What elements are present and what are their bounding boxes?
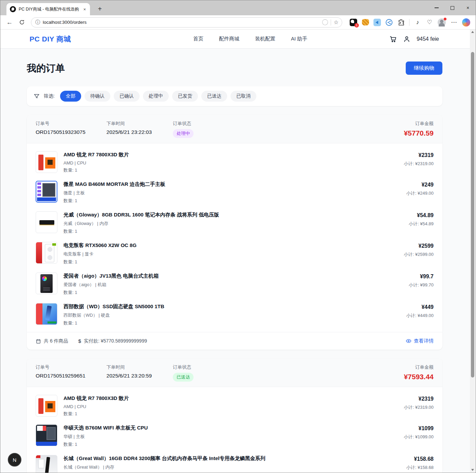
browser-toolbar: ← ⓘ localhost:3000/orders ☆ 1 ♪: [0, 15, 476, 30]
scroll-up-icon[interactable]: [471, 31, 474, 33]
extension-dark-icon[interactable]: 1: [350, 19, 357, 26]
product-brand-category: 电竞叛客 | 显卡: [63, 251, 398, 257]
site-info-icon[interactable]: ⓘ: [35, 19, 40, 25]
product-quantity: 数量: 1: [63, 228, 403, 234]
tampermonkey-icon[interactable]: [362, 19, 369, 26]
order-time-value: 2025/6/21 23:22:03: [107, 129, 152, 135]
product-thumbnail: [36, 455, 57, 473]
nav-ai-assistant[interactable]: AI 助手: [291, 36, 307, 42]
bookmark-star-icon[interactable]: ☆: [334, 19, 338, 25]
nav-build-config[interactable]: 装机配置: [255, 36, 275, 42]
profile-avatar[interactable]: [438, 18, 446, 27]
order-no-value: ORD1750519259651: [36, 373, 86, 379]
item-count-text: 共 6 件商品: [44, 338, 68, 344]
page-title: 我的订单: [27, 62, 65, 75]
browser-titlebar: PC DIY商城 - 电脑配件在线选购 × + ×: [0, 0, 476, 15]
product-thumbnail: [36, 273, 57, 294]
order-item-row[interactable]: 微星 MAG B460M MORTAR 迫击炮二手主板 微星 | 主板 数量: …: [36, 177, 434, 208]
scrollbar-thumb[interactable]: [471, 52, 474, 378]
dollar-icon: $: [78, 338, 81, 344]
divider: [409, 19, 409, 26]
url-bar[interactable]: ⓘ localhost:3000/orders ☆: [31, 17, 342, 28]
order-no-label: 订单号: [36, 364, 86, 370]
product-title: 光威（Gloway）8GB DDR3L 1600 笔记本内存条 战将系列 低电压…: [63, 212, 403, 218]
order-item-row[interactable]: AMD 锐龙 R7 7800X3D 散片 AMD | CPU 数量: 1 ¥23…: [36, 147, 434, 177]
order-item-row[interactable]: 长城（Great Wall）16GB DDR4 3200频率 台式机内存条马甲条…: [36, 451, 434, 473]
order-item-row[interactable]: 西部数据（WD）SSD固态硬盘 SN5000 1TB 西部数据（WD） | 硬盘…: [36, 299, 434, 330]
extensions-row: 1 ♪ ♡ ⋯: [350, 18, 472, 27]
continue-shopping-button[interactable]: 继续购物: [406, 62, 442, 75]
filter-pill-6[interactable]: 已取消: [231, 91, 256, 102]
tab-close-icon[interactable]: ×: [82, 7, 87, 12]
user-icon[interactable]: [403, 35, 410, 43]
product-quantity: 数量: 1: [63, 411, 398, 417]
product-subtotal: 小计: ¥2319.00: [404, 161, 434, 167]
reader-mode-icon[interactable]: [322, 19, 328, 25]
filter-pill-3[interactable]: 处理中: [143, 91, 169, 102]
product-quantity: 数量: 1: [63, 320, 400, 326]
filter-pill-0[interactable]: 全部: [60, 91, 81, 102]
filter-pill-1[interactable]: 待确认: [85, 91, 110, 102]
share-extension-icon[interactable]: [385, 19, 393, 26]
speaker-extension-icon[interactable]: [373, 19, 381, 26]
product-price: ¥54.89: [409, 212, 434, 218]
product-title: 西部数据（WD）SSD固态硬盘 SN5000 1TB: [63, 303, 400, 310]
product-subtotal: 小计: ¥2319.00: [404, 404, 434, 410]
product-title: 电竞叛客 RTX5060 X2W OC 8G: [63, 242, 398, 249]
order-item-row[interactable]: 光威（Gloway）8GB DDR3L 1600 笔记本内存条 战将系列 低电压…: [36, 208, 434, 238]
new-tab-button[interactable]: +: [95, 4, 105, 14]
order-status-label: 订单状态: [173, 364, 194, 370]
music-extension-icon[interactable]: ♪: [414, 19, 421, 26]
back-icon[interactable]: ←: [4, 17, 15, 28]
extension-badge: 1: [354, 23, 359, 28]
product-price: ¥249: [406, 182, 434, 188]
product-price: ¥2599: [404, 243, 434, 249]
tab-title: PC DIY商城 - 电脑配件在线选购: [19, 6, 79, 12]
product-subtotal: 小计: ¥249.00: [406, 190, 434, 196]
product-price: ¥2319: [404, 152, 434, 158]
product-title: 长城（Great Wall）16GB DDR4 3200频率 台式机内存条马甲条…: [63, 455, 400, 462]
order-item-row[interactable]: 爱国者（aigo）JV13黑色 电脑台式主机箱 爱国者（aigo） | 机箱 数…: [36, 269, 434, 299]
filter-pill-4[interactable]: 已发货: [172, 91, 198, 102]
filter-funnel-icon: [34, 93, 40, 99]
window-close-button[interactable]: ×: [460, 0, 476, 15]
health-extension-icon[interactable]: ♡: [426, 19, 433, 26]
product-title: AMD 锐龙 R7 7800X3D 散片: [63, 152, 398, 158]
filter-pill-2[interactable]: 已确认: [114, 91, 140, 102]
copilot-icon[interactable]: [462, 18, 470, 27]
username-text[interactable]: 9454 feie: [417, 36, 439, 42]
browser-menu-icon[interactable]: ⋯: [450, 19, 458, 26]
scroll-down-icon[interactable]: [471, 469, 474, 471]
order-status-label: 订单状态: [173, 121, 194, 127]
page-scrollbar[interactable]: [470, 30, 475, 472]
main-nav: 首页 配件商城 装机配置 AI 助手: [193, 36, 307, 42]
order-item-row[interactable]: AMD 锐龙 R7 7800X3D 散片 AMD | CPU 数量: 1 ¥23…: [36, 391, 434, 421]
product-title: 微星 MAG B460M MORTAR 迫击炮二手主板: [63, 181, 400, 188]
nav-home[interactable]: 首页: [193, 36, 203, 42]
cart-icon[interactable]: [389, 35, 397, 43]
product-title: AMD 锐龙 R7 7800X3D 散片: [63, 395, 398, 402]
refresh-icon[interactable]: [17, 17, 27, 28]
maximize-button[interactable]: [444, 0, 460, 15]
url-text: localhost:3000/orders: [43, 20, 319, 25]
order-items: AMD 锐龙 R7 7800X3D 散片 AMD | CPU 数量: 1 ¥23…: [27, 387, 442, 473]
notification-dot: [444, 18, 446, 20]
product-brand-category: 长城（Great Wall） | 内存: [63, 464, 400, 470]
puzzle-extensions-icon[interactable]: [397, 19, 405, 26]
product-subtotal: 小计: ¥2599.00: [404, 251, 434, 258]
minimize-button[interactable]: [429, 0, 444, 15]
product-thumbnail: [36, 181, 57, 203]
browser-tab[interactable]: PC DIY商城 - 电脑配件在线选购 ×: [6, 3, 90, 15]
filter-pill-5[interactable]: 已送达: [201, 91, 227, 102]
site-favicon-icon: [10, 6, 16, 12]
order-header: 订单号 ORD1750519259651 下单时间 2025/6/21 23:2…: [27, 358, 442, 387]
dev-overlay-badge[interactable]: N: [8, 453, 21, 467]
order-amount-value: ¥7593.44: [404, 373, 434, 381]
nav-parts-store[interactable]: 配件商城: [219, 36, 239, 42]
order-item-row[interactable]: 华硕天选 B760M WIFI 单主板无 CPU 华硕 | 主板 数量: 1 ¥…: [36, 421, 434, 451]
site-logo[interactable]: PC DIY 商城: [30, 34, 71, 44]
view-details-text: 查看详情: [414, 338, 434, 344]
view-details-link[interactable]: 查看详情: [406, 338, 434, 344]
order-item-row[interactable]: 电竞叛客 RTX5060 X2W OC 8G 电竞叛客 | 显卡 数量: 1 ¥…: [36, 238, 434, 269]
product-price: ¥1099: [404, 425, 434, 432]
